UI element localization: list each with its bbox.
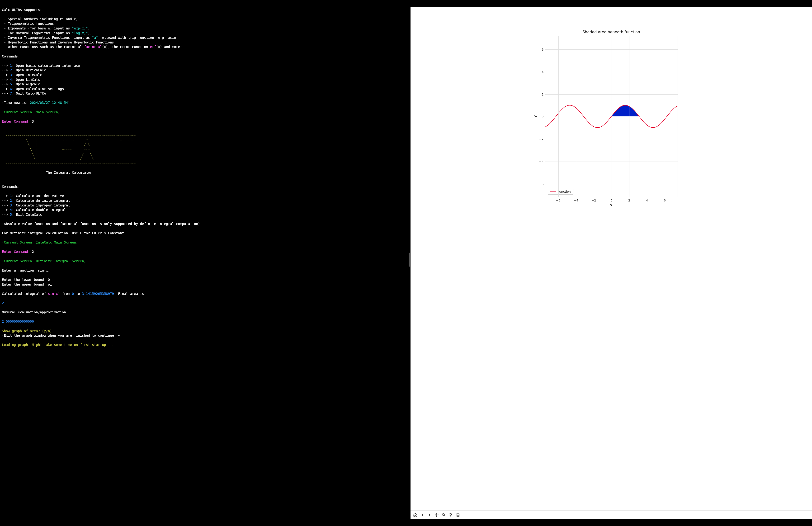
chart-title: Shaded area beneath function	[410, 7, 812, 35]
x-tick: 6	[664, 199, 666, 202]
shaded-region	[611, 105, 639, 116]
svg-point-1	[450, 513, 451, 514]
home-icon[interactable]	[412, 512, 419, 518]
enter-command-prompt: Enter Command:	[2, 119, 32, 123]
legend: Function	[548, 189, 574, 195]
svg-point-3	[450, 515, 451, 516]
result-value: 2	[2, 301, 4, 305]
plot-canvas: Shaded area beneath function Function x …	[410, 7, 812, 510]
svg-point-0	[442, 513, 445, 515]
legend-swatch-function	[550, 191, 556, 192]
y-axis-label: y	[533, 115, 537, 117]
y-tick: 2	[538, 93, 544, 96]
supports-heading: Calc-ULTRA supports:	[2, 8, 42, 12]
x-tick: 2	[628, 199, 630, 202]
x-axis-label: x	[610, 203, 612, 207]
y-tick: 6	[538, 47, 544, 51]
forward-icon[interactable]	[426, 512, 433, 518]
y-tick: 4	[538, 70, 544, 74]
bottom-spacer	[410, 519, 812, 526]
x-tick: 4	[646, 199, 648, 202]
terminal-pane[interactable]: Calc-ULTRA supports: - Special numbers i…	[0, 0, 410, 526]
x-tick: −6	[556, 199, 561, 202]
x-tick: 0	[610, 199, 612, 202]
screen-intecalc: (Current Screen: InteCalc Main Screen)	[2, 240, 78, 244]
plot-pane: Shaded area beneath function Function x …	[410, 0, 812, 526]
y-tick: −6	[538, 182, 544, 186]
screen-definite: (Current Screen: Definite Integral Scree…	[2, 259, 86, 263]
save-icon[interactable]	[455, 512, 461, 518]
legend-label: Function	[558, 190, 571, 194]
terminal-scrollbar[interactable]	[409, 253, 409, 267]
screen-main: (Current Screen: Main Screen)	[2, 110, 60, 114]
svg-point-2	[451, 514, 452, 515]
y-tick: −4	[538, 160, 544, 163]
plot-area[interactable]: Function x y −6−4−20246−6−4−20246	[545, 35, 678, 197]
plot-toolbar	[410, 510, 812, 519]
terminal-content: Calc-ULTRA supports: - Special numbers i…	[2, 8, 408, 347]
y-tick: −2	[538, 137, 544, 141]
function-curve	[545, 105, 678, 128]
x-tick: −4	[574, 199, 578, 202]
y-tick: 0	[538, 115, 544, 118]
ascii-banner: ----------------------------------------…	[2, 133, 136, 165]
configure-icon[interactable]	[448, 512, 454, 518]
chart-svg	[545, 36, 678, 197]
back-icon[interactable]	[419, 512, 426, 518]
x-tick: −2	[592, 199, 596, 202]
pan-icon[interactable]	[433, 512, 440, 518]
zoom-icon[interactable]	[440, 512, 447, 518]
